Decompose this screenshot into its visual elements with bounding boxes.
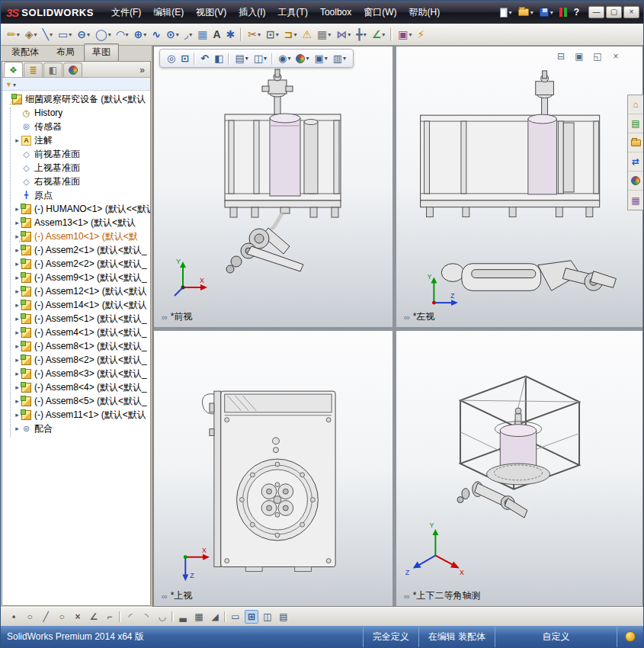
convert-entities[interactable]: ⊡ — [264, 26, 281, 43]
filter-icon[interactable] — [5, 79, 12, 89]
viewport-four[interactable]: ⊞ — [245, 610, 258, 624]
tree-item[interactable]: Assem13<1> (默认<默认 — [2, 216, 150, 229]
design-library[interactable]: ▤ — [628, 114, 643, 133]
minimize[interactable]: — — [588, 6, 604, 18]
tree-item[interactable]: (-) Assem2<2> (默认<默认_ — [2, 257, 150, 271]
instant-2d[interactable]: ⚡ — [415, 26, 428, 43]
viewport-single[interactable]: ▭ — [229, 610, 242, 624]
tree-item[interactable]: 细菌观察研究设备 (默认<默认 — [2, 92, 150, 106]
toolbar-button[interactable] — [390, 27, 392, 41]
tree-item[interactable]: 配合 — [2, 422, 150, 435]
tree-item[interactable]: (-) Assem9<1> (默认<默认_ — [2, 271, 150, 284]
commandmanager-tab[interactable]: 布局 — [48, 43, 83, 61]
zoom-to-fit[interactable]: ◎ — [165, 53, 178, 64]
open-document[interactable] — [516, 7, 536, 18]
viewport-top[interactable]: X Z *上视 — [154, 331, 392, 606]
display-relations[interactable]: ∠ — [370, 26, 388, 43]
doc-close[interactable]: × — [610, 51, 622, 62]
tree-item[interactable]: (-) Assem4<1> (默认<默认_ — [2, 326, 150, 339]
commandmanager-tab[interactable]: 装配体 — [3, 43, 47, 61]
propertymanager-tab[interactable]: ≣ — [24, 63, 43, 77]
edit-appearance[interactable] — [293, 53, 311, 64]
tree-item[interactable]: (-) Assem14<1> (默认<默认 — [2, 298, 150, 312]
doc-tile[interactable]: ▣ — [573, 51, 585, 62]
mirror-entities[interactable]: ⋈ — [334, 26, 353, 43]
file-explorer[interactable] — [628, 133, 643, 152]
custom-properties[interactable]: ▦ — [628, 191, 643, 210]
snap-grid[interactable]: ▃ — [176, 610, 190, 624]
perimeter-circle[interactable]: ⊕ — [131, 26, 149, 43]
sketch-fillet[interactable]: ◞ — [182, 26, 194, 43]
bottom-toolbar-button[interactable] — [119, 611, 121, 622]
menu-item[interactable]: 帮助(H) — [403, 3, 447, 22]
featuremanager-tree-tab[interactable]: ❖ — [4, 62, 23, 77]
snap-ellipse[interactable]: ○ — [55, 610, 69, 624]
smart-dimension[interactable]: ◈ — [23, 26, 40, 43]
graphics-area[interactable]: ◎ ⊡ ↶ ◧ — [153, 46, 643, 607]
spline[interactable]: ∿ — [149, 26, 163, 43]
doc-restore[interactable]: ◱ — [591, 51, 604, 62]
view-settings[interactable]: ▥ — [331, 53, 348, 64]
tree-item[interactable]: 注解 — [2, 133, 150, 147]
displaymanager-tab[interactable] — [63, 63, 82, 77]
bottom-toolbar-button[interactable] — [224, 611, 226, 622]
filter-dropdown-icon[interactable] — [13, 79, 16, 89]
menu-item[interactable]: 窗口(W) — [357, 3, 402, 22]
toolbar-button[interactable] — [240, 27, 242, 41]
tree-item[interactable]: (-) Assem11<1> (默认<默认 — [2, 408, 150, 422]
zoom-to-area[interactable]: ⊡ — [178, 53, 191, 64]
menu-item[interactable]: 编辑(E) — [147, 3, 190, 22]
view-palette[interactable]: ⇄ — [628, 152, 643, 172]
menu-item[interactable]: 插入(I) — [232, 3, 271, 22]
select-point[interactable]: • — [7, 610, 21, 624]
restore[interactable]: ▢ — [606, 6, 622, 18]
configurationmanager-tab[interactable]: ◧ — [43, 63, 62, 77]
tree-item[interactable]: 传感器 — [2, 120, 150, 133]
trim-entities[interactable]: ✂ — [245, 26, 263, 43]
tree-item[interactable]: (-) HUMANO<1> (默认<<默认 — [2, 202, 150, 216]
snap-intersection[interactable]: × — [71, 610, 85, 624]
snap-angle[interactable]: ∠ — [87, 610, 101, 624]
tree-item[interactable]: (-) Assem8<3> (默认<默认_ — [2, 367, 150, 380]
viewport-front[interactable]: Y X *前视 — [154, 47, 392, 327]
circle[interactable]: ◯ — [93, 26, 114, 43]
appearances-scenes[interactable] — [628, 172, 643, 191]
tree-item[interactable]: 上视基准面 — [2, 161, 150, 175]
hud-button[interactable] — [271, 53, 274, 65]
menu-item[interactable]: 视图(V) — [190, 3, 232, 22]
bottom-toolbar-button[interactable] — [171, 611, 174, 622]
tree-item[interactable]: (-) Assem2<1> (默认<默认_ — [2, 243, 150, 257]
expand-arrow-icon[interactable] — [13, 136, 21, 144]
close[interactable]: × — [623, 6, 639, 18]
snap-perpendicular[interactable]: ⌐ — [103, 610, 117, 624]
expand-arrow-icon[interactable] — [13, 425, 21, 432]
point[interactable]: ✱ — [224, 26, 238, 43]
snap-circle[interactable]: ○ — [23, 610, 37, 624]
ellipse[interactable]: ⊙ — [164, 26, 181, 43]
snap-line[interactable]: ╱ — [39, 610, 53, 624]
previous-view[interactable]: ↶ — [198, 53, 211, 64]
snap-arc-right[interactable]: ◝ — [139, 610, 153, 624]
sketch-picture[interactable]: ▣ — [396, 26, 414, 43]
snap-arc-left[interactable]: ◜ — [123, 610, 137, 624]
straight-slot[interactable]: ⊖ — [75, 26, 92, 43]
doc-minimize[interactable]: ⊟ — [555, 51, 567, 62]
snap-corner[interactable]: ◢ — [208, 610, 222, 624]
text[interactable]: A — [210, 26, 223, 43]
move-entities[interactable]: ╋ — [354, 26, 368, 43]
tree-item[interactable]: (-) Assem8<5> (默认<默认_ — [2, 394, 150, 408]
tree-item[interactable]: (-) Assem8<2> (默认<默认_ — [2, 353, 150, 367]
apply-scene[interactable]: ▣ — [312, 53, 329, 64]
task-pane-toggle-icon[interactable] — [625, 631, 636, 642]
viewport-two-horizontal[interactable]: ◫ — [261, 610, 274, 624]
tree-item[interactable]: (-) Assem10<1> (默认<默 — [2, 229, 150, 243]
status-light[interactable] — [557, 6, 570, 18]
snap-tangent[interactable]: ◡ — [155, 610, 169, 624]
tree-item[interactable]: 原点 — [2, 188, 150, 202]
hud-button[interactable] — [194, 53, 196, 65]
tree-item[interactable]: (-) Assem8<4> (默认<默认_ — [2, 380, 150, 394]
reference-plane[interactable]: ▦ — [195, 26, 210, 43]
linear-sketch-pattern[interactable]: ▦ — [315, 26, 333, 43]
grid-settings[interactable]: ▦ — [192, 610, 206, 624]
menu-item[interactable]: Toolbox — [314, 4, 357, 21]
